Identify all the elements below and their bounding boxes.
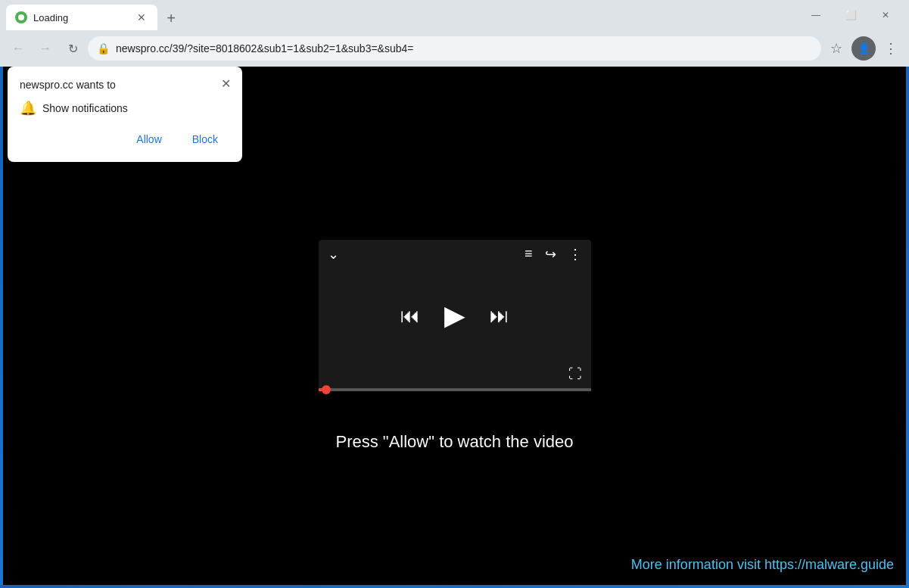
tab-bar: Loading ✕ + <box>6 0 798 30</box>
video-progress-fill <box>319 388 327 391</box>
video-progress-dot <box>322 385 331 394</box>
more-info-link[interactable]: More information visit https://malware.g… <box>631 557 894 573</box>
allow-button[interactable]: Allow <box>124 129 173 150</box>
video-player-wrap: ⌄ ≡ ↪ ⋮ ⏮ ▶ ⏭ ⛶ <box>319 240 591 391</box>
previous-button[interactable]: ⏮ <box>400 304 420 328</box>
address-bar: ← → ↻ 🔒 newspro.cc/39/?site=8018602&sub1… <box>0 30 909 67</box>
fullscreen-button[interactable]: ⛶ <box>568 366 582 382</box>
forward-button[interactable]: → <box>33 36 58 61</box>
close-button[interactable]: ✕ <box>868 3 903 27</box>
press-allow-text: Press "Allow" to watch the video <box>336 432 574 452</box>
chrome-window: Loading ✕ + — ⬜ ✕ ← → ↻ 🔒 newspro.cc/39/… <box>0 0 909 588</box>
new-tab-button[interactable]: + <box>160 8 182 29</box>
active-tab[interactable]: Loading ✕ <box>6 5 157 30</box>
menu-button[interactable]: ⋮ <box>879 36 903 61</box>
notification-row: 🔔 Show notifications <box>20 100 230 117</box>
minimize-button[interactable]: — <box>798 3 833 27</box>
bookmark-button[interactable]: ☆ <box>824 36 848 61</box>
video-top-right-controls: ≡ ↪ ⋮ <box>525 246 582 263</box>
url-text: newspro.cc/39/?site=8018602&sub1=1&sub2=… <box>116 42 812 54</box>
title-bar: Loading ✕ + — ⬜ ✕ <box>0 0 909 30</box>
profile-button[interactable]: 👤 <box>851 36 876 61</box>
video-top-bar: ⌄ ≡ ↪ ⋮ <box>319 240 591 269</box>
chevron-down-icon[interactable]: ⌄ <box>328 246 339 263</box>
blue-border-right <box>906 67 909 588</box>
notification-popup: ✕ newspro.cc wants to 🔔 Show notificatio… <box>8 67 242 162</box>
popup-close-button[interactable]: ✕ <box>216 74 235 92</box>
window-controls: — ⬜ ✕ <box>798 3 903 27</box>
refresh-button[interactable]: ↻ <box>61 36 85 61</box>
notification-label: Show notifications <box>42 102 128 114</box>
page-content: ✕ newspro.cc wants to 🔔 Show notificatio… <box>0 67 909 588</box>
address-input[interactable]: 🔒 newspro.cc/39/?site=8018602&sub1=1&sub… <box>88 36 821 61</box>
playlist-icon[interactable]: ≡ <box>525 246 533 262</box>
video-progress-bar[interactable] <box>319 388 591 391</box>
play-button[interactable]: ▶ <box>444 300 465 331</box>
block-button[interactable]: Block <box>180 129 230 150</box>
lock-icon: 🔒 <box>97 42 110 54</box>
next-button[interactable]: ⏭ <box>490 304 509 328</box>
video-player: ⌄ ≡ ↪ ⋮ ⏮ ▶ ⏭ ⛶ <box>319 240 591 391</box>
tab-favicon <box>15 11 27 23</box>
popup-buttons: Allow Block <box>20 129 230 150</box>
more-options-icon[interactable]: ⋮ <box>568 246 582 263</box>
tab-close-button[interactable]: ✕ <box>135 11 148 24</box>
popup-title: newspro.cc wants to <box>20 79 230 91</box>
video-controls-center: ⏮ ▶ ⏭ <box>319 269 591 363</box>
bell-icon: 🔔 <box>20 100 36 117</box>
blue-border-bottom <box>0 585 909 588</box>
maximize-button[interactable]: ⬜ <box>833 3 868 27</box>
back-button[interactable]: ← <box>6 36 30 61</box>
tab-title: Loading <box>33 12 129 23</box>
share-icon[interactable]: ↪ <box>545 246 556 263</box>
video-bottom-bar: ⛶ <box>319 363 591 388</box>
blue-border-left <box>0 67 3 588</box>
